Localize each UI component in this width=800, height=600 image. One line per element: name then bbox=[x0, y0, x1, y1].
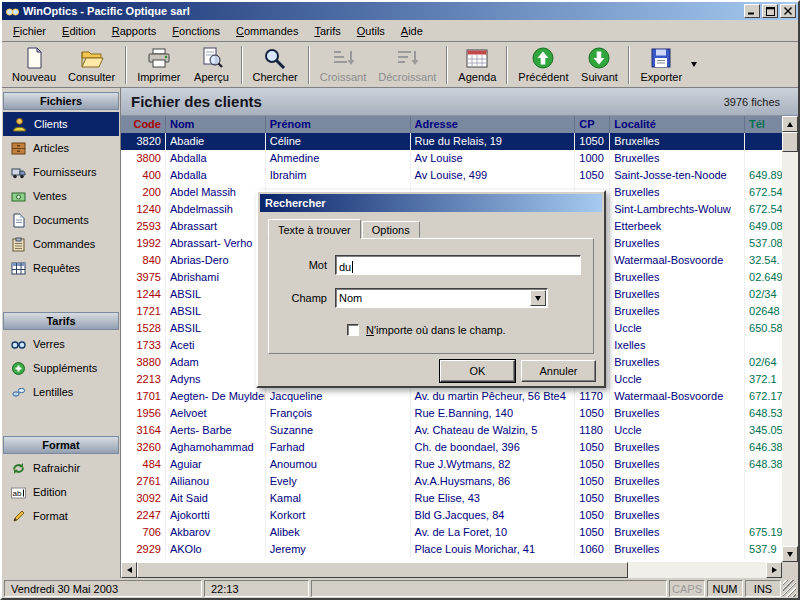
champ-select[interactable]: Nom bbox=[335, 288, 548, 308]
cell-nom: Abdel Massih bbox=[166, 184, 266, 201]
table-row[interactable]: 3092Ait SaidKamalRue Elise, 431050Bruxel… bbox=[121, 490, 782, 507]
agenda-button[interactable]: Agenda bbox=[452, 44, 502, 86]
sidebar-item-commandes[interactable]: Commandes bbox=[2, 232, 120, 256]
table-row[interactable]: 3260AghamohammadFarhadCh. de boondael, 3… bbox=[121, 439, 782, 456]
menu-edition[interactable]: Edition bbox=[54, 22, 104, 40]
column-header-nom[interactable]: Nom bbox=[166, 116, 266, 133]
cell-nom: ABSIL bbox=[166, 303, 266, 320]
scroll-up-button[interactable] bbox=[782, 116, 798, 132]
cell-cp: 1050 bbox=[575, 133, 610, 150]
menu-aide[interactable]: Aide bbox=[393, 22, 431, 40]
combo-dropdown-button[interactable] bbox=[530, 290, 546, 306]
sidebar-item-articles[interactable]: Articles bbox=[2, 136, 120, 160]
sidebar-item-supplements[interactable]: Suppléments bbox=[2, 356, 120, 380]
cell-localite: Bruxelles bbox=[610, 507, 745, 524]
table-row[interactable]: 706AkbarovAlibekAv. de La Foret, 101050B… bbox=[121, 524, 782, 541]
cell-tel: 02.649 bbox=[745, 269, 782, 286]
nouveau-button[interactable]: Nouveau bbox=[6, 44, 62, 86]
horizontal-scroll-thumb[interactable] bbox=[137, 562, 628, 578]
cell-tel: 672.54 bbox=[745, 201, 782, 218]
scroll-right-button[interactable] bbox=[766, 562, 782, 578]
menu-rapports[interactable]: Rapports bbox=[104, 22, 165, 40]
cell-adresse: Rue E.Banning, 140 bbox=[411, 405, 576, 422]
minimize-button[interactable] bbox=[744, 4, 760, 18]
vertical-scroll-thumb[interactable] bbox=[782, 132, 798, 152]
table-row[interactable]: 3800AbdallaAhmedineAv Louise1000Bruxelle… bbox=[121, 150, 782, 167]
vertical-scrollbar[interactable] bbox=[782, 116, 798, 562]
menu-tarifs[interactable]: Tarifs bbox=[306, 22, 348, 40]
sidebar-item-edition[interactable]: ab Edition bbox=[2, 480, 120, 504]
column-header-tel[interactable]: Tél bbox=[745, 116, 782, 133]
tab-options[interactable]: Options bbox=[362, 221, 420, 238]
sidebar-item-fournisseurs[interactable]: Fournisseurs bbox=[2, 160, 120, 184]
sidebar-item-rafraichir[interactable]: Rafraichir bbox=[2, 456, 120, 480]
table-row[interactable]: 484AguiarAnoumouRue J.Wytmans, 821050Bru… bbox=[121, 456, 782, 473]
search-icon bbox=[263, 46, 287, 70]
table-row[interactable]: 3820AbadieCélineRue du Relais, 191050Bru… bbox=[121, 133, 782, 150]
table-row[interactable]: 2929AKOloJeremyPlace Louis Morichar, 411… bbox=[121, 541, 782, 558]
menu-fichier[interactable]: Fichier bbox=[5, 22, 54, 40]
annuler-button[interactable]: Annuler bbox=[521, 360, 596, 382]
horizontal-scrollbar[interactable] bbox=[121, 562, 798, 578]
table-row[interactable]: 2247AjokorttiKorkortBld G.Jacques, 84105… bbox=[121, 507, 782, 524]
table-row[interactable]: 3164Aerts- BarbeSuzanneAv. Chateau de Wa… bbox=[121, 422, 782, 439]
sidebar-item-documents[interactable]: Documents bbox=[2, 208, 120, 232]
cell-prenom: Anoumou bbox=[266, 456, 411, 473]
column-header-cp[interactable]: CP bbox=[575, 116, 610, 133]
precedent-button[interactable]: Précédent bbox=[512, 44, 574, 86]
column-header-localite[interactable]: Localité bbox=[610, 116, 745, 133]
tab-texte-a-trouver[interactable]: Texte à trouver bbox=[268, 219, 361, 239]
resize-grip[interactable] bbox=[783, 580, 796, 597]
cell-localite: Bruxelles bbox=[610, 524, 745, 541]
dialog-tab-panel: Mot du Champ Nom N'importe où dans le ch… bbox=[268, 238, 594, 354]
cell-tel: 537.08 bbox=[745, 235, 782, 252]
table-row[interactable]: 1956AelvoetFrançoisRue E.Banning, 140105… bbox=[121, 405, 782, 422]
dialog-titlebar[interactable]: Rechercher bbox=[260, 194, 602, 212]
cell-nom: Ait Said bbox=[166, 490, 266, 507]
cell-prenom: Ibrahim bbox=[266, 167, 411, 184]
rechercher-dialog: Rechercher Texte à trouver Options Mot d… bbox=[256, 190, 606, 388]
apercu-button[interactable]: Aperçu bbox=[187, 44, 237, 86]
close-button[interactable] bbox=[780, 4, 796, 18]
table-row[interactable]: 2761AilianouEvelyAv.A.Huysmans, 861050Br… bbox=[121, 473, 782, 490]
table-row[interactable]: 1701Aegten- De MuylderJacquelineAv. du m… bbox=[121, 388, 782, 405]
menu-fonctions[interactable]: Fonctions bbox=[164, 22, 228, 40]
mot-input[interactable]: du bbox=[335, 255, 581, 275]
sidebar-item-clients[interactable]: Clients bbox=[3, 112, 119, 136]
cell-localite: Uccle bbox=[610, 371, 745, 388]
cell-cp: 1000 bbox=[575, 150, 610, 167]
chercher-button[interactable]: Chercher bbox=[247, 44, 304, 86]
column-header-code[interactable]: Code bbox=[121, 116, 166, 133]
ok-button[interactable]: OK bbox=[440, 360, 515, 382]
sidebar-gap bbox=[2, 280, 120, 312]
sidebar-section-format: Format bbox=[3, 436, 119, 454]
exporter-button[interactable]: Exporter bbox=[634, 44, 688, 86]
vertical-scroll-track[interactable] bbox=[782, 132, 798, 546]
sidebar-item-lentilles[interactable]: Lentilles bbox=[2, 380, 120, 404]
sidebar-item-verres[interactable]: Verres bbox=[2, 332, 120, 356]
menu-commandes[interactable]: Commandes bbox=[228, 22, 306, 40]
column-header-prenom[interactable]: Prénom bbox=[266, 116, 411, 133]
column-header-adresse[interactable]: Adresse bbox=[411, 116, 576, 133]
cabinet-icon bbox=[11, 141, 26, 156]
anywhere-checkbox[interactable] bbox=[347, 324, 359, 336]
suivant-button[interactable]: Suivant bbox=[574, 44, 624, 86]
sidebar-item-label: Rafraichir bbox=[33, 462, 80, 474]
cell-code: 1992 bbox=[121, 235, 166, 252]
toolbar-separator bbox=[628, 46, 630, 84]
scroll-down-button[interactable] bbox=[782, 546, 798, 562]
scroll-left-button[interactable] bbox=[121, 562, 137, 578]
imprimer-button[interactable]: Imprimer bbox=[131, 44, 186, 86]
sidebar-item-format[interactable]: Format bbox=[2, 504, 120, 528]
maximize-button[interactable] bbox=[762, 4, 778, 18]
exporter-dropdown[interactable] bbox=[688, 44, 700, 86]
cell-prenom: Evely bbox=[266, 473, 411, 490]
table-row[interactable]: 400AbdallaIbrahimAv Louise, 4991050Saint… bbox=[121, 167, 782, 184]
contact-lens-icon bbox=[11, 385, 26, 400]
sidebar-item-ventes[interactable]: Ventes bbox=[2, 184, 120, 208]
menu-outils[interactable]: Outils bbox=[349, 22, 393, 40]
horizontal-scroll-track[interactable] bbox=[137, 562, 766, 578]
cell-code: 3975 bbox=[121, 269, 166, 286]
consulter-button[interactable]: Consulter bbox=[62, 44, 121, 86]
sidebar-item-requetes[interactable]: Requêtes bbox=[2, 256, 120, 280]
